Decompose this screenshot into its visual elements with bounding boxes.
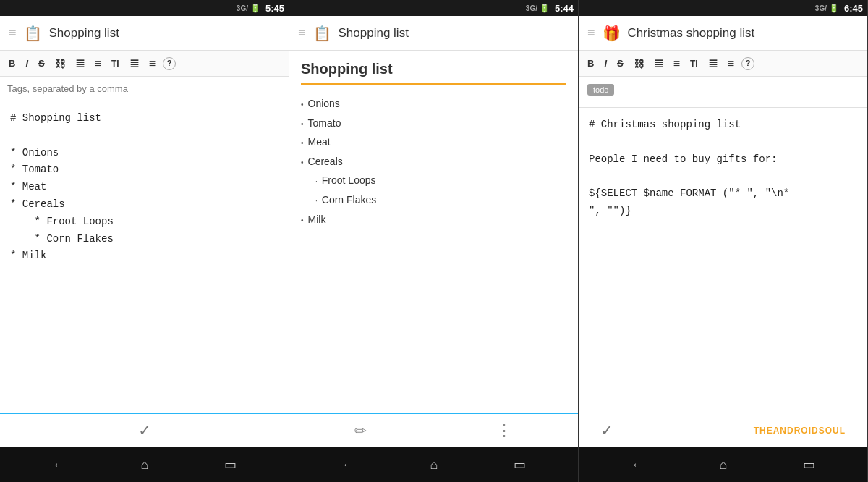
back-button-2[interactable]: ← xyxy=(341,457,354,473)
status-icons-1: 3G/ 🔋 5:45 xyxy=(237,3,284,14)
back-button-1[interactable]: ← xyxy=(52,457,65,473)
hamburger-menu-1[interactable]: ≡ xyxy=(9,25,17,41)
line-3-3: People I need to buy gifts for: xyxy=(589,151,857,169)
checkmark-button-3[interactable]: ✓ xyxy=(600,421,613,440)
recent-button-3[interactable]: ▭ xyxy=(803,457,815,473)
battery-icon-2: 🔋 xyxy=(540,4,550,13)
help-button-1[interactable]: ? xyxy=(163,57,176,70)
list-item-tomato: •Tomato xyxy=(301,114,566,133)
recent-button-2[interactable]: ▭ xyxy=(514,457,526,473)
ol-button-1[interactable]: ≡ xyxy=(92,56,104,71)
indent-label-3: TI xyxy=(687,58,701,69)
ul-button-1[interactable]: ≣ xyxy=(72,56,88,71)
home-button-2[interactable]: ⌂ xyxy=(430,457,438,473)
line-1-9: * Milk xyxy=(10,248,278,265)
item-text-1: Onions xyxy=(308,94,340,114)
edit-button-2[interactable]: ✏ xyxy=(354,422,367,439)
signal-icon-1: 3G/ xyxy=(237,4,248,12)
battery-icon-3: 🔋 xyxy=(829,4,839,13)
list-item-milk: •Milk xyxy=(301,210,566,229)
item-text-7: Milk xyxy=(308,210,326,229)
app-bar-1: ≡ 📋 Shopping list xyxy=(0,16,289,51)
action-bar-3: ✓ THEANDROIDSOUL xyxy=(579,413,867,447)
bullet-5: · xyxy=(315,174,318,188)
italic-button-3[interactable]: I xyxy=(601,57,610,69)
strike-button-3[interactable]: S xyxy=(614,57,626,69)
line-1-6: * Cereals xyxy=(10,196,278,213)
app-bar-2: ≡ 📋 Shopping list xyxy=(289,16,578,51)
line-3-6: ", "")} xyxy=(589,203,857,220)
line-1-2 xyxy=(10,127,278,145)
action-bar-1: ✓ xyxy=(0,413,289,447)
time-2: 5:44 xyxy=(555,3,574,14)
item-text-3: Meat xyxy=(308,132,331,152)
home-button-3[interactable]: ⌂ xyxy=(720,457,728,473)
indent-in-1[interactable]: ≣ xyxy=(127,56,142,71)
help-button-3[interactable]: ? xyxy=(741,57,754,70)
list-item-meat: •Meat xyxy=(301,132,566,152)
home-button-1[interactable]: ⌂ xyxy=(141,457,149,473)
brand-text-3: THEANDROIDSOUL xyxy=(754,426,846,436)
status-bar-2: 3G/ 🔋 5:44 xyxy=(289,0,578,16)
app-title-2: Shopping list xyxy=(339,26,409,41)
battery-icon-1: 🔋 xyxy=(250,4,260,13)
link-button-3[interactable]: ⛓ xyxy=(631,57,647,70)
preview-content-2: Shopping list •Onions •Tomato •Meat •Cer… xyxy=(289,51,578,413)
badge-row-3: todo xyxy=(579,77,867,108)
list-item-froot-loops: ·Froot Loops xyxy=(301,171,566,190)
line-3-1: # Christmas shopping list xyxy=(589,117,857,134)
indent-out-3[interactable]: ≡ xyxy=(725,56,737,71)
list-item-corn-flakes: ·Corn Flakes xyxy=(301,190,566,210)
bullet-2: • xyxy=(301,117,304,131)
line-3-4 xyxy=(589,168,857,185)
line-1-7: * Froot Loops xyxy=(10,213,278,231)
italic-button-1[interactable]: I xyxy=(22,57,31,69)
indent-out-1[interactable]: ≡ xyxy=(146,56,158,71)
list-item-onions: •Onions xyxy=(301,94,566,114)
signal-icon-2: 3G/ xyxy=(526,4,537,12)
bold-button-3[interactable]: B xyxy=(584,57,597,69)
bullet-4: • xyxy=(301,156,304,169)
nav-bar-1: ← ⌂ ▭ xyxy=(0,447,289,482)
item-text-4: Cereals xyxy=(308,152,343,172)
bold-button-1[interactable]: B xyxy=(6,57,18,69)
bullet-1: • xyxy=(301,98,304,111)
todo-badge-3: todo xyxy=(587,84,614,96)
line-1-5: * Meat xyxy=(10,179,278,196)
indent-label-1: TI xyxy=(109,58,122,69)
bullet-7: • xyxy=(301,213,304,227)
item-text-6: Corn Flakes xyxy=(322,190,376,210)
item-text-2: Tomato xyxy=(308,114,341,133)
content-3[interactable]: # Christmas shopping list People I need … xyxy=(579,108,867,413)
hamburger-menu-3[interactable]: ≡ xyxy=(587,25,595,41)
note-icon-2: 📋 xyxy=(313,25,331,42)
time-3: 6:45 xyxy=(844,3,863,14)
action-bar-2: ✏ ⋮ xyxy=(289,413,578,447)
tags-input-1[interactable] xyxy=(0,77,289,101)
link-button-1[interactable]: ⛓ xyxy=(52,57,68,70)
nav-bar-2: ← ⌂ ▭ xyxy=(289,447,578,482)
ul-button-3[interactable]: ≣ xyxy=(651,56,666,71)
app-title-3: Christmas shopping list xyxy=(628,26,755,41)
panel-1: 3G/ 🔋 5:45 ≡ 📋 Shopping list B I S ⛓ ≣ ≡… xyxy=(0,0,289,482)
indent-in-3[interactable]: ≣ xyxy=(705,56,720,71)
strike-button-1[interactable]: S xyxy=(35,57,48,69)
list-item-cereals: •Cereals xyxy=(301,152,566,172)
line-1-1: # Shopping list xyxy=(10,110,278,127)
line-3-5: ${SELECT $name FORMAT ("* ", "\n* xyxy=(589,185,857,203)
menu-button-2[interactable]: ⋮ xyxy=(496,421,514,440)
preview-title-2: Shopping list xyxy=(301,61,566,85)
app-title-1: Shopping list xyxy=(49,26,119,41)
recent-button-1[interactable]: ▭ xyxy=(224,457,237,473)
checkmark-button-1[interactable]: ✓ xyxy=(138,421,151,440)
content-1[interactable]: # Shopping list * Onions * Tomato * Meat… xyxy=(0,101,289,413)
status-bar-3: 3G/ 🔋 6:45 xyxy=(579,0,867,16)
tags-field-1[interactable] xyxy=(7,83,281,94)
panel-2: 3G/ 🔋 5:44 ≡ 📋 Shopping list Shopping li… xyxy=(289,0,579,482)
ol-button-3[interactable]: ≡ xyxy=(671,56,683,71)
panel-3: 3G/ 🔋 6:45 ≡ 🎁 Christmas shopping list B… xyxy=(579,0,868,482)
back-button-3[interactable]: ← xyxy=(631,457,644,473)
hamburger-menu-2[interactable]: ≡ xyxy=(298,25,306,41)
status-bar-1: 3G/ 🔋 5:45 xyxy=(0,0,289,16)
time-1: 5:45 xyxy=(265,3,284,14)
